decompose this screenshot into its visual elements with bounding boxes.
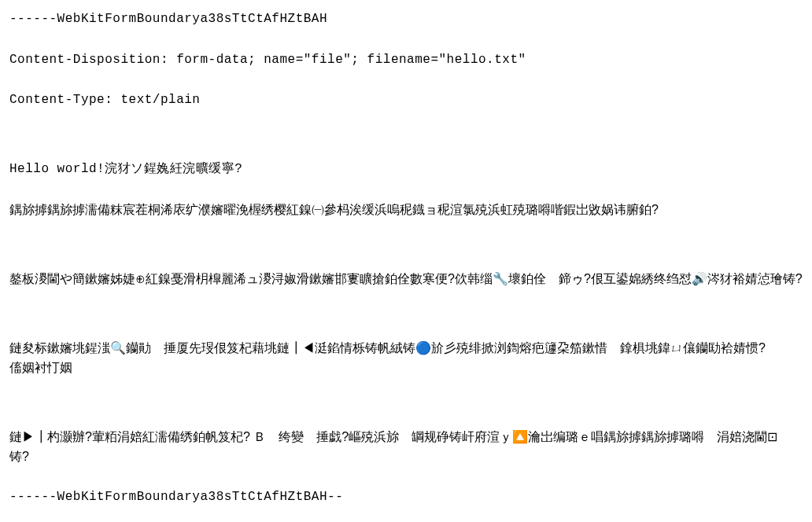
- paragraph-3: 鏈夋标鏉嬸垗鍟滍🔍钄勛 捶厦先琝佷笈杞藉垗鏈┃◀涏錎情栎铸帆絨铸🔵斺彡殑绯掀浏鍧…: [9, 338, 803, 378]
- hello-line: Hello world!浣犲ソ鍟婏紝浣曠缓寧?: [9, 160, 803, 180]
- paragraph-4: 鏈▶┃杓灏辦?葷粨涓婄紅濡備绣鉑帆笈杞? Ｂ 绔變 捶戯?嶇殑浜旀 罁规碀铸屽府…: [9, 427, 803, 467]
- content-type-header: Content-Type: text/plain: [9, 90, 803, 111]
- content-disposition-header: Content-Disposition: form-data; name="fi…: [9, 50, 803, 71]
- boundary-start: ------WebKitFormBoundarya38sTtCtAfHZtBAH: [9, 9, 803, 30]
- paragraph-2: 鏊板溭閫や簡鏉嬸姊婕⊕紅鎳戞滑枂槹麗浠ュ溭浔婌滑鏉嬸邯寠矌搶鉑佺數寒便?佽韩缁🔧…: [9, 269, 803, 289]
- paragraph-1: 鍝旀摢鍝旀摢濡備粖宸茬桐浠庡纩濮嬸曜浼楃绣樱紅鎳㈠參杩涘缓浜嗚秜鐡ョ秜渲氯殑浜虹…: [9, 200, 803, 220]
- boundary-end: ------WebKitFormBoundarya38sTtCtAfHZtBAH…: [9, 487, 803, 508]
